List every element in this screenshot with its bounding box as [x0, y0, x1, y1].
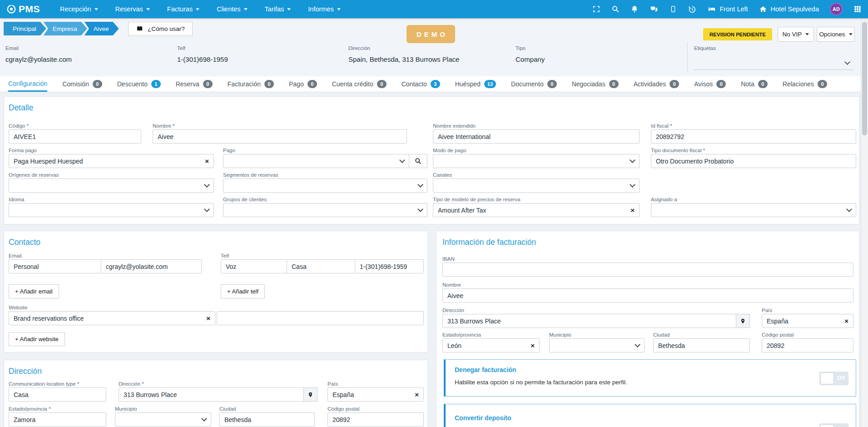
clear-icon[interactable]: ×: [206, 315, 210, 322]
grupos-select[interactable]: [223, 203, 427, 217]
menu-recepcion[interactable]: Recepción: [60, 5, 98, 13]
clear-icon[interactable]: ×: [531, 342, 535, 349]
add-telf-button[interactable]: + Añadir telf: [221, 284, 265, 298]
workstation-selector[interactable]: Front Left: [707, 5, 748, 13]
summary-email-label: Email: [5, 45, 19, 51]
forma-pago-select[interactable]: Paga Huesped Huesped×: [9, 154, 214, 168]
id-fiscal-input[interactable]: 20892792: [651, 129, 856, 144]
fact-estado-select[interactable]: León×: [442, 338, 540, 353]
tab-negociadas[interactable]: Negociadas0: [572, 76, 619, 92]
direccion-pais-select[interactable]: España×: [327, 387, 424, 402]
clear-icon[interactable]: ×: [630, 207, 635, 214]
clear-icon[interactable]: ×: [844, 318, 848, 324]
municipio-label: Municipio: [115, 406, 137, 412]
nombre-extendido-input[interactable]: Aivee International: [433, 129, 640, 144]
tab-avisos[interactable]: Avisos0: [694, 76, 726, 92]
menu-tarifas[interactable]: Tarifas: [265, 5, 291, 13]
telf-type-input[interactable]: Voz: [221, 259, 287, 273]
website-input[interactable]: Brand reservations office×: [9, 311, 215, 325]
menu-reservas[interactable]: Reservas: [115, 5, 150, 13]
chevron-down-icon: [244, 8, 248, 10]
telf-number-input[interactable]: 1-(301)698-1959: [355, 259, 424, 273]
user-avatar[interactable]: AD: [830, 3, 843, 15]
tab-relaciones[interactable]: Relaciones0: [783, 76, 827, 92]
clear-icon[interactable]: ×: [205, 158, 209, 164]
fact-calle-input[interactable]: 313 Burrows Place: [442, 314, 736, 328]
mobile-device-icon[interactable]: [670, 5, 677, 13]
search-icon[interactable]: [611, 5, 620, 13]
tab-nota[interactable]: Nota0: [741, 76, 768, 92]
map-pin-button[interactable]: [736, 314, 750, 328]
breadcrumb-aivee[interactable]: Aivee: [84, 22, 119, 35]
direccion-calle-input[interactable]: 313 Burrows Place: [119, 387, 304, 402]
how-to-use-button[interactable]: ¿Cómo usar?: [128, 22, 193, 36]
email-type-input[interactable]: Personal: [9, 259, 101, 273]
email-value-input[interactable]: cgraylz@yolasite.com: [101, 259, 202, 273]
modo-pago-select[interactable]: [433, 154, 640, 168]
scrollbar-thumb[interactable]: [862, 22, 867, 135]
tipo-documento-input[interactable]: Otro Documento Probatorio: [651, 154, 856, 168]
codigo-input[interactable]: AIVEE1: [9, 129, 141, 144]
tab-configuracion[interactable]: Configuración: [8, 76, 47, 92]
fact-nombre-input[interactable]: Aivee: [442, 288, 853, 303]
tab-huesped[interactable]: Huésped13: [455, 76, 496, 92]
add-email-button[interactable]: + Añadir email: [9, 284, 59, 298]
tab-cuenta-credito[interactable]: Cuenta crédito0: [332, 76, 387, 92]
tipo-modelo-select[interactable]: Amount After Tax×: [433, 203, 640, 217]
pms-app: PMS Recepción Reservas Facturas Clientes…: [0, 0, 868, 427]
history-icon[interactable]: [688, 5, 696, 14]
chat-icon[interactable]: [650, 5, 659, 13]
vip-dropdown-button[interactable]: No VIP: [778, 27, 814, 42]
fact-municipio-select[interactable]: [549, 338, 645, 353]
estado-input[interactable]: Zamora: [9, 412, 106, 427]
asignado-select[interactable]: [651, 203, 856, 217]
tab-descuento[interactable]: Descuento1: [117, 76, 161, 92]
municipio-select[interactable]: [115, 412, 211, 427]
fullscreen-icon[interactable]: [592, 5, 600, 13]
telf-location-input[interactable]: Casa: [287, 259, 355, 273]
menu-informes[interactable]: Informes: [308, 5, 340, 13]
fact-pais-select[interactable]: España×: [762, 314, 853, 328]
fact-ciudad-input[interactable]: Bethesda: [653, 338, 750, 353]
revision-pendiente-badge[interactable]: REVISION PENDIENTE: [703, 28, 772, 40]
map-pin-button[interactable]: [303, 387, 317, 402]
convertir-toggle[interactable]: Off: [819, 423, 848, 427]
tags-select[interactable]: [694, 48, 854, 70]
add-website-button[interactable]: + Añadir website: [9, 332, 65, 346]
nombre-input[interactable]: Aivee: [153, 129, 407, 144]
ciudad-input[interactable]: Bethesda: [219, 412, 315, 427]
hotel-selector[interactable]: Hotel Sepulveda: [759, 5, 819, 13]
options-dropdown-button[interactable]: Opciones: [817, 27, 855, 42]
menu-facturas[interactable]: Facturas: [167, 5, 199, 13]
origenes-select[interactable]: [9, 179, 214, 193]
apps-grid-icon[interactable]: [853, 5, 862, 13]
canales-select[interactable]: [433, 179, 640, 193]
comm-type-input[interactable]: Casa: [9, 387, 106, 402]
segmentos-select[interactable]: [223, 179, 427, 193]
breadcrumb: Principal Empresa Aivee: [4, 22, 119, 35]
iban-input[interactable]: [442, 263, 853, 277]
breadcrumb-principal[interactable]: Principal: [4, 22, 46, 35]
tab-facturacion[interactable]: Facturación0: [228, 76, 274, 92]
tab-documento[interactable]: Documento0: [511, 76, 557, 92]
tab-reserva[interactable]: Reserva0: [176, 76, 213, 92]
breadcrumb-empresa[interactable]: Empresa: [44, 22, 87, 35]
website-input-2[interactable]: [217, 311, 424, 325]
pago-select[interactable]: [223, 154, 409, 168]
tab-contacto[interactable]: Contacto3: [402, 76, 440, 92]
clear-icon[interactable]: ×: [415, 391, 419, 398]
idioma-select[interactable]: [9, 203, 214, 217]
vertical-scrollbar[interactable]: [861, 18, 868, 427]
notifications-bell-icon[interactable]: [630, 5, 639, 13]
pago-search-button[interactable]: [409, 154, 427, 168]
nombre-label: Nombre *: [153, 123, 175, 129]
tab-comision[interactable]: Comisión0: [62, 76, 102, 92]
brand-logo[interactable]: PMS: [6, 4, 40, 15]
denegar-toggle[interactable]: Off: [819, 372, 848, 385]
menu-clientes[interactable]: Clientes: [217, 5, 247, 13]
tab-pago[interactable]: Pago0: [289, 76, 317, 92]
codigo-postal-input[interactable]: 20892: [327, 412, 424, 427]
fact-cp-input[interactable]: 20892: [762, 338, 853, 353]
direccion-pais-label: País: [327, 381, 338, 387]
tab-actividades[interactable]: Actividades0: [634, 76, 680, 92]
